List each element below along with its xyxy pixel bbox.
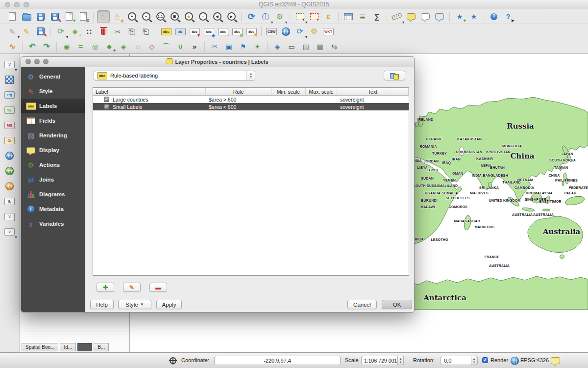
add-ring-icon[interactable]: ◎ <box>89 40 101 53</box>
zonal-statistics-icon[interactable]: ▦ <box>314 40 326 53</box>
panel-tab-id[interactable]: Id... <box>60 343 76 351</box>
rotation-spinbox[interactable]: 0,0▲▼ <box>441 356 478 365</box>
ok-button[interactable]: OK <box>382 300 412 309</box>
apply-button[interactable]: Apply <box>156 300 182 309</box>
save-layer-edits-icon[interactable]: ✎ <box>34 25 47 38</box>
add-mssql-layer-icon[interactable]: MS <box>3 119 16 131</box>
paste-features-icon[interactable]: ⎗ <box>140 25 152 38</box>
save-project-as-icon[interactable]: ✎ <box>49 10 61 23</box>
whats-this-icon[interactable]: ?➤ <box>502 10 514 23</box>
raster-calculator-icon[interactable]: ▤ <box>299 40 312 53</box>
zoom-next-icon[interactable]: ▶ <box>225 10 238 23</box>
zoom-full-icon[interactable]: ▣ <box>168 10 181 23</box>
help-button[interactable]: Help <box>90 300 114 309</box>
add-delimited-text-layer-icon[interactable]: 9, <box>3 195 16 208</box>
field-calculator-icon[interactable]: ≣ <box>356 10 369 23</box>
simplify-feature-icon[interactable]: ≈ <box>74 40 87 53</box>
render-checkbox[interactable]: ✓ <box>482 357 488 363</box>
scale-combo-arrows-icon[interactable]: ▲▼ <box>397 356 404 365</box>
add-part-icon[interactable]: ◆+ <box>103 40 116 53</box>
change-label-properties-icon[interactable]: abc✎ <box>245 25 258 38</box>
add-virtual-layer-icon[interactable]: V <box>3 225 16 238</box>
map-swipe-icon[interactable]: ⇆ <box>328 40 341 53</box>
labeling-mode-select[interactable]: abc Rule-based labeling ▲▼ <box>94 71 255 80</box>
sidebar-item-general[interactable]: ⚙General <box>21 69 85 84</box>
run-feature-action-icon[interactable]: ⚙ <box>273 10 286 23</box>
delete-part-icon[interactable]: ◇ <box>146 40 158 53</box>
csw-metasearch-icon[interactable]: CSW <box>265 25 278 38</box>
fill-ring-icon[interactable]: ◈ <box>117 40 130 53</box>
new-print-composer-icon[interactable]: + <box>63 10 75 23</box>
plugin-reload-icon[interactable]: ⟳ <box>294 25 306 38</box>
add-postgis-layer-icon[interactable]: Pg <box>3 88 16 101</box>
zoom-to-layer-icon[interactable]: ≡ <box>196 10 209 23</box>
delete-selected-icon[interactable] <box>97 25 110 38</box>
advanced-digitizing-icon[interactable]: ∿ <box>6 40 19 53</box>
panel-tab-spatialboo[interactable]: Spatial Boo... <box>22 343 58 351</box>
pan-map-icon[interactable]: ☞ <box>97 10 110 23</box>
statistical-summary-icon[interactable]: ∑ <box>370 10 383 23</box>
cut-features-icon[interactable]: ✂ <box>111 25 124 38</box>
open-attribute-table-icon[interactable] <box>342 10 355 23</box>
sidebar-item-variables[interactable]: εVariables <box>21 216 85 231</box>
add-vector-layer-icon[interactable]: V <box>3 58 16 71</box>
cancel-button[interactable]: Cancel <box>347 300 377 309</box>
add-wcs-layer-icon[interactable] <box>3 164 16 177</box>
add-oracle-layer-icon[interactable]: Or <box>3 134 16 147</box>
crs-status-button[interactable] <box>511 357 519 366</box>
rule-row[interactable]: ✓Small Labels$area < 600sovereignt <box>93 103 409 110</box>
spatial-query-icon[interactable]: ◈ <box>271 40 284 53</box>
offset-curve-icon[interactable]: ∪ <box>174 40 187 53</box>
sidebar-item-metadata[interactable]: iMetadata <box>21 202 85 216</box>
sidebar-item-labels[interactable]: abcLabels <box>21 99 85 113</box>
add-wms-layer-icon[interactable] <box>3 149 16 162</box>
move-label-icon[interactable]: abc+ <box>217 25 229 38</box>
sidebar-item-diagrams[interactable]: Diagrams <box>21 187 85 202</box>
new-shapefile-layer-icon[interactable]: V+ <box>3 210 16 223</box>
layer-labeling-options-icon[interactable]: abc <box>160 25 172 38</box>
new-bookmark-icon[interactable]: ★+ <box>453 10 466 23</box>
coordinate-display-toggle-button[interactable] <box>170 357 176 365</box>
current-edits-icon[interactable]: ✎ <box>6 25 19 38</box>
rules-table[interactable]: LabelRuleMin. scaleMax. scaleText ✓Large… <box>93 87 409 276</box>
panel-tab-selected[interactable] <box>77 343 92 351</box>
help-contents-icon[interactable]: ? <box>488 10 500 23</box>
georeferencer-icon[interactable]: ⚑ <box>237 40 249 53</box>
show-bookmarks-icon[interactable]: ★ <box>467 10 480 23</box>
identify-features-icon[interactable]: ⓘ <box>259 10 272 23</box>
text-annotation-icon[interactable] <box>419 10 432 23</box>
reshape-features-icon[interactable]: ⌒ <box>160 40 172 53</box>
composer-manager-icon[interactable]: ⚙ <box>77 10 90 23</box>
highlight-pinned-labels-icon[interactable]: abc◆ <box>202 25 215 38</box>
zoom-to-selection-icon[interactable]: ◆ <box>182 10 195 23</box>
metasearch-catalog-icon[interactable] <box>279 25 292 38</box>
zoom-out-icon[interactable]: − <box>140 10 152 23</box>
delete-ring-icon[interactable]: ◌ <box>131 40 144 53</box>
new-project-icon[interactable] <box>6 10 19 23</box>
sidebar-item-rendering[interactable]: ▧Rendering <box>21 128 85 143</box>
map-refresh-icon[interactable]: ⟳ <box>245 10 258 23</box>
select-by-expression-icon[interactable]: ε <box>322 10 335 23</box>
rotate-label-icon[interactable]: abc⟳ <box>231 25 244 38</box>
deselect-features-icon[interactable]: ➤ <box>308 10 320 23</box>
dialog-titlebar[interactable]: Layer Properties - countries | Labels <box>21 57 414 67</box>
sidebar-item-fields[interactable]: Fields <box>21 113 85 128</box>
redo-icon[interactable]: ↷ <box>40 40 53 53</box>
add-spatialite-layer-icon[interactable]: SL <box>3 104 16 116</box>
rotate-feature-icon[interactable]: ⟳ <box>54 25 67 38</box>
node-tool-icon[interactable]: ∷ <box>83 25 96 38</box>
open-project-icon[interactable] <box>20 10 33 23</box>
add-wfs-layer-icon[interactable] <box>3 180 16 192</box>
layer-diagram-options-icon[interactable]: ab <box>174 25 187 38</box>
undo-icon[interactable]: ↶ <box>26 40 39 53</box>
coordinate-input[interactable]: -220.9,97.4 <box>214 356 341 365</box>
select-features-icon[interactable]: ➤ <box>294 10 306 23</box>
sidebar-item-actions[interactable]: ⚙Actions <box>21 158 85 172</box>
map-tips-icon[interactable] <box>405 10 417 23</box>
add-feature-icon[interactable]: ◆+ <box>69 25 81 38</box>
rule-checkbox[interactable]: ✓ <box>104 97 109 102</box>
extent-rectangle-icon[interactable]: ▭ <box>285 40 298 53</box>
rotate-point-symbols-icon[interactable]: ◉ <box>60 40 73 53</box>
more-digitizing-tools-icon[interactable]: » <box>188 40 201 53</box>
remove-rule-button[interactable]: ▬ <box>149 283 167 292</box>
